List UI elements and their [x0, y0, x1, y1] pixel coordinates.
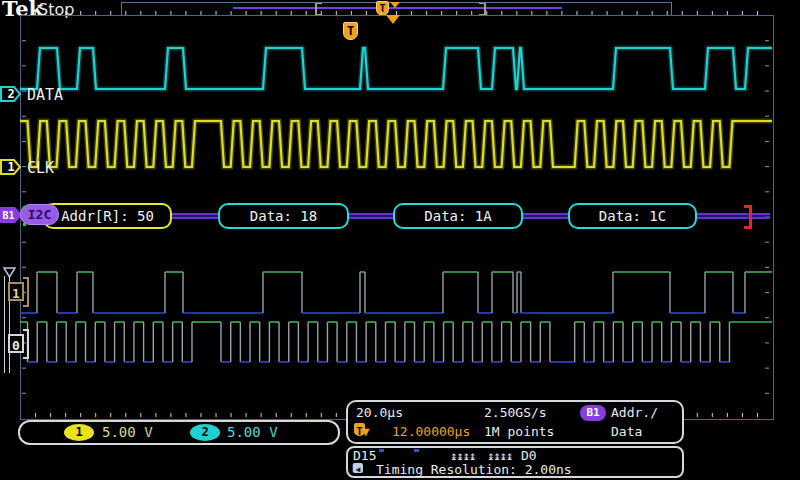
digital-active-icons: ↨↨↨↨: [487, 449, 512, 463]
horizontal-scale: 20.0µs: [356, 404, 403, 421]
timing-resolution: Timing Resolution: 2.00ns: [376, 463, 572, 477]
decode-data-box: Data: 1A: [393, 203, 523, 229]
trigger-position-value: 12.00000µs: [392, 423, 470, 440]
trigger-position-marker-icon: T: [343, 22, 358, 40]
horizontal-trigger-readout: 20.0µs 2.50GS/s B1 Addr./ T→▼ 12.00000µs…: [346, 400, 684, 444]
channel-1-badge: 1: [0, 159, 22, 175]
decode-data-box: Data: 1C: [568, 203, 697, 229]
trigger-t-icon: T: [354, 423, 365, 436]
channel-1-name: CLK: [27, 159, 54, 177]
bus-b1-badge-label: B1: [1, 207, 16, 224]
digital-right-label: D0: [521, 449, 537, 463]
channel-2-badge: 2: [0, 86, 22, 102]
oscilloscope-screen: Tek Stop T T 2 DATA 1 CLK B1 I2C Addr[R]…: [0, 0, 800, 480]
channel-2-badge-label: 2: [5, 86, 17, 102]
start-condition-dot: [23, 223, 26, 226]
channel-1-badge-label: 1: [5, 159, 17, 175]
digital-left-label: D15: [353, 449, 376, 463]
expansion-point-triangle-icon: [386, 15, 400, 24]
channel-2-scale: 5.00 V: [227, 424, 278, 441]
start-condition-dot: [23, 206, 26, 209]
digital-group-triangle-icon: [3, 263, 16, 274]
channel-scale-readout: 1 5.00 V 2 5.00 V: [18, 420, 340, 445]
bus-name-line2: Data: [611, 423, 642, 440]
digital-channels-readout: D15 ↨↨↨↨ ↨↨↨↨ D0 ▶◀ Timing Resolution: 2…: [346, 446, 684, 478]
record-length: 1M points: [484, 423, 554, 440]
digital-d0-badge: 0: [8, 334, 24, 353]
bus-name-line1: Addr./: [611, 404, 658, 421]
channel-2-name: DATA: [27, 86, 63, 104]
channel-2-oval-badge: 2: [190, 424, 220, 441]
channel-1-oval-badge: 1: [64, 424, 94, 441]
stop-condition-bracket-icon: [744, 205, 752, 229]
sample-rate: 2.50GS/s: [484, 404, 547, 421]
trigger-position-icons: T→▼: [354, 423, 370, 440]
decode-data-box: Data: 18: [218, 203, 349, 229]
digital-active-icons: ↨↨↨↨: [450, 449, 475, 463]
channel-1-scale: 5.00 V: [102, 424, 153, 441]
bus-readout-badge: B1: [580, 405, 606, 421]
digital-d1-badge: 1: [8, 282, 24, 301]
arrow-left-icon: ◀: [353, 463, 363, 473]
decode-address-box: Addr[R]: 50: [43, 203, 172, 229]
